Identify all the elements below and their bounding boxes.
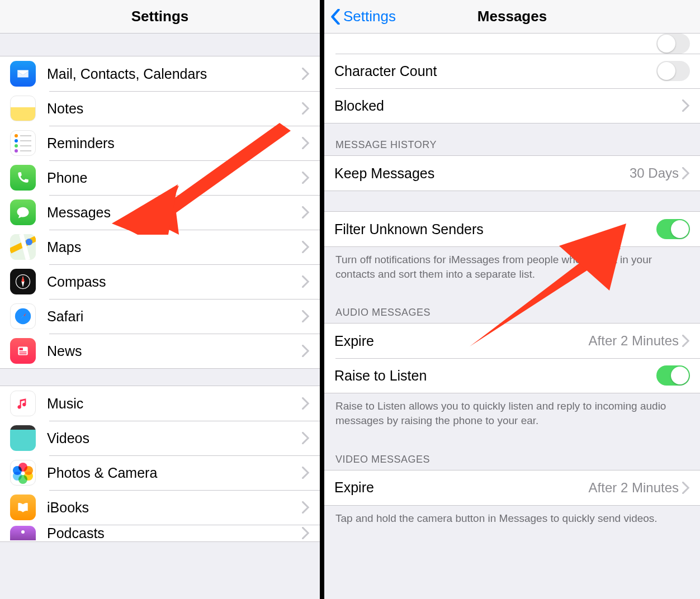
settings-row-label: Photos & Camera <box>47 465 302 481</box>
chevron-right-icon <box>302 345 310 357</box>
settings-row-messages[interactable]: Messages <box>0 195 320 230</box>
section-header-video: Video Messages <box>324 438 700 470</box>
chevron-right-icon <box>302 501 310 514</box>
row-video-expire[interactable]: Expire After 2 Minutes <box>324 470 700 505</box>
settings-row-compass[interactable]: Compass <box>0 264 320 299</box>
toggle-filter-unknown[interactable] <box>656 219 690 239</box>
settings-row-safari[interactable]: Safari <box>0 299 320 334</box>
svg-rect-7 <box>20 353 27 354</box>
chevron-right-icon <box>682 99 690 112</box>
messages-icon <box>10 199 36 225</box>
settings-navbar: Settings <box>0 0 320 34</box>
settings-row-label: Messages <box>47 205 302 221</box>
settings-scroll[interactable]: Mail, Contacts, Calendars Notes <box>0 34 320 599</box>
back-label: Settings <box>343 8 396 25</box>
row-audio-expire[interactable]: Expire After 2 Minutes <box>324 324 700 358</box>
section-header-history: Message History <box>324 123 700 155</box>
settings-row-phone[interactable]: Phone <box>0 160 320 195</box>
settings-row-news[interactable]: News <box>0 334 320 368</box>
chevron-right-icon <box>682 482 690 494</box>
svg-point-8 <box>21 530 25 534</box>
settings-row-label: News <box>47 343 302 359</box>
row-value: After 2 Minutes <box>589 333 679 349</box>
chevron-right-icon <box>302 310 310 322</box>
row-label: Filter Unknown Senders <box>334 221 656 237</box>
chevron-left-icon <box>330 9 341 25</box>
news-icon <box>10 338 36 364</box>
settings-row-podcasts[interactable]: Podcasts <box>0 525 320 541</box>
settings-row-ibooks[interactable]: iBooks <box>0 490 320 525</box>
row-label: Character Count <box>334 63 656 79</box>
toggle-raise-to-listen[interactable] <box>656 365 690 386</box>
videos-icon <box>10 425 36 451</box>
row-blocked[interactable]: Blocked <box>324 88 700 123</box>
row-label: Raise to Listen <box>334 368 656 384</box>
footer-raise-to-listen: Raise to Listen allows you to quickly li… <box>324 393 700 438</box>
svg-rect-6 <box>20 351 27 353</box>
messages-pane: Settings Messages Character Count Blocke… <box>324 0 700 599</box>
settings-row-reminders[interactable]: Reminders <box>0 126 320 160</box>
maps-icon <box>10 234 36 260</box>
settings-row-label: Notes <box>47 101 302 117</box>
chevron-right-icon <box>302 275 310 288</box>
svg-point-3 <box>15 308 31 324</box>
settings-title: Settings <box>0 8 320 25</box>
row-character-count[interactable]: Character Count <box>324 54 700 88</box>
row-label: Expire <box>334 479 589 496</box>
notes-icon <box>10 96 36 121</box>
section-header-audio: Audio Messages <box>324 291 700 323</box>
chevron-right-icon <box>302 241 310 253</box>
toggle-character-count[interactable] <box>656 61 690 81</box>
settings-row-videos[interactable]: Videos <box>0 421 320 455</box>
mail-icon <box>10 61 36 87</box>
chevron-right-icon <box>682 335 690 347</box>
chevron-right-icon <box>302 172 310 184</box>
row-clipped-top[interactable] <box>324 34 700 54</box>
settings-group-apps-2: Music Videos <box>0 386 320 542</box>
settings-row-notes[interactable]: Notes <box>0 91 320 126</box>
chevron-right-icon <box>682 167 690 179</box>
phone-icon <box>10 165 36 191</box>
row-value: 30 Days <box>630 165 679 181</box>
footer-filter-unknown: Turn off notifications for iMessages fro… <box>324 247 700 291</box>
row-raise-to-listen[interactable]: Raise to Listen <box>324 358 700 393</box>
row-filter-unknown[interactable]: Filter Unknown Senders <box>324 212 700 246</box>
footer-video: Tap and hold the camera button in Messag… <box>324 506 700 536</box>
settings-row-music[interactable]: Music <box>0 386 320 421</box>
toggle-clipped[interactable] <box>656 34 690 54</box>
podcasts-icon <box>10 526 36 540</box>
safari-icon <box>10 303 36 329</box>
settings-pane: Settings Mail, Contacts, Calendars Notes <box>0 0 324 599</box>
photos-icon <box>10 460 36 486</box>
settings-row-maps[interactable]: Maps <box>0 230 320 264</box>
chevron-right-icon <box>302 527 310 539</box>
chevron-right-icon <box>302 432 310 444</box>
chevron-right-icon <box>302 68 310 80</box>
settings-row-label: Podcasts <box>47 525 302 541</box>
settings-row-label: Mail, Contacts, Calendars <box>47 66 302 82</box>
settings-row-label: iBooks <box>47 500 302 516</box>
settings-row-label: Videos <box>47 430 302 446</box>
row-keep-messages[interactable]: Keep Messages 30 Days <box>324 156 700 191</box>
chevron-right-icon <box>302 397 310 410</box>
messages-scroll[interactable]: Character Count Blocked Message History … <box>324 34 700 599</box>
settings-row-label: Reminders <box>47 135 302 151</box>
compass-icon <box>10 269 36 294</box>
settings-row-photos[interactable]: Photos & Camera <box>0 455 320 490</box>
settings-group-apps-1: Mail, Contacts, Calendars Notes <box>0 56 320 369</box>
settings-row-mail[interactable]: Mail, Contacts, Calendars <box>0 56 320 91</box>
ibooks-icon <box>10 495 36 520</box>
settings-row-label: Safari <box>47 308 302 325</box>
chevron-right-icon <box>302 137 310 149</box>
row-label: Keep Messages <box>334 165 630 182</box>
messages-navbar: Settings Messages <box>324 0 700 34</box>
svg-point-1 <box>26 239 32 245</box>
back-button[interactable]: Settings <box>324 8 396 25</box>
settings-row-label: Maps <box>47 239 302 255</box>
settings-row-label: Compass <box>47 274 302 290</box>
reminders-icon <box>10 130 36 156</box>
chevron-right-icon <box>302 102 310 115</box>
settings-row-label: Phone <box>47 170 302 186</box>
chevron-right-icon <box>302 467 310 479</box>
music-icon <box>10 391 36 416</box>
